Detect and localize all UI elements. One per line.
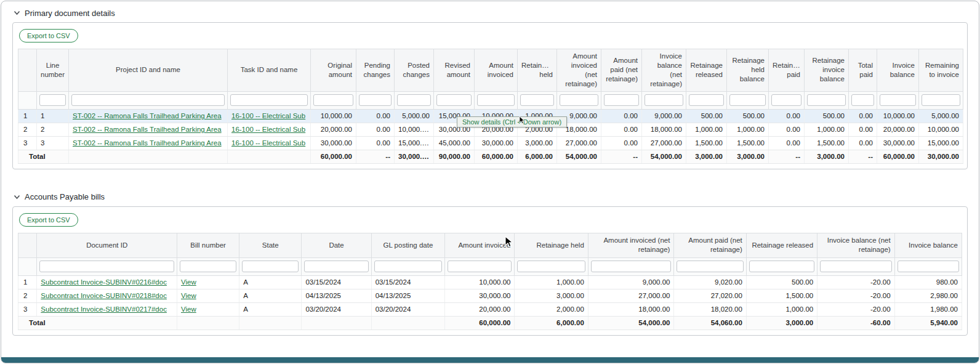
- filter-input-invoice-balance[interactable]: [898, 261, 959, 272]
- filter-input-retainage-released[interactable]: [689, 94, 724, 106]
- filter-input-remaining-to-invoice[interactable]: [922, 94, 960, 106]
- filter-input-amount-invoiced-net[interactable]: [560, 94, 598, 106]
- filter-input-invoice-balance[interactable]: [880, 94, 916, 106]
- filter-input-retainage-paid[interactable]: [771, 94, 801, 106]
- column-header-invoice-balance-net[interactable]: Invoice balance (net retainage): [642, 49, 686, 92]
- document-id-link[interactable]: Subcontract Invoice-SUBINV#0217#doc: [41, 305, 167, 313]
- column-header-project-id[interactable]: Project ID and name: [69, 49, 228, 92]
- cell-state: A: [239, 302, 302, 316]
- filter-input-revised-amount[interactable]: [436, 94, 472, 106]
- column-header-retainage-invoice-balance[interactable]: Retainage invoice balance: [805, 49, 849, 92]
- row-number: 2: [18, 123, 37, 136]
- filter-input-project-id[interactable]: [71, 94, 225, 106]
- filter-input-bill-number[interactable]: [180, 261, 236, 272]
- column-header-posted-changes[interactable]: Posted changes: [395, 49, 434, 92]
- column-header-invoice-balance[interactable]: Invoice balance: [894, 233, 962, 257]
- total-original-amount: 60,000.00: [311, 150, 356, 163]
- filter-input-gl-posting-date[interactable]: [374, 261, 442, 272]
- column-header-amount-paid-net[interactable]: Amount paid (net retainage): [601, 49, 642, 92]
- task-id-link[interactable]: 16-100 -- Electrical Sub: [231, 112, 305, 119]
- total-amount-invoiced-net: 54,000.00: [557, 150, 601, 163]
- filter-input-state[interactable]: [242, 261, 299, 272]
- column-header-state[interactable]: State: [239, 233, 302, 257]
- filter-input-amount-paid-net[interactable]: [677, 261, 743, 272]
- filter-input-original-amount[interactable]: [313, 94, 353, 106]
- filter-input-invoice-balance-net[interactable]: [645, 94, 683, 106]
- filter-input-task-id[interactable]: [230, 94, 308, 106]
- column-header-remaining-to-invoice[interactable]: Remaining to invoice: [919, 49, 963, 92]
- total-task-id: [228, 150, 311, 163]
- section-header-primary-document-details[interactable]: Primary document details: [12, 4, 968, 22]
- section-header-accounts-payable-bills[interactable]: Accounts Payable bills: [12, 188, 968, 206]
- total-retainage-released: 3,000.00: [686, 150, 727, 163]
- filter-input-retainage-released[interactable]: [749, 261, 814, 272]
- column-header-retainage-released[interactable]: Retainage released: [746, 233, 817, 257]
- column-header-retainage-held-balance[interactable]: Retainage held balance: [727, 49, 769, 92]
- table-row[interactable]: 1Subcontract Invoice-SUBINV#0216#docView…: [18, 275, 962, 289]
- filter-input-amount-invoiced[interactable]: [477, 94, 515, 106]
- column-header-gl-posting-date[interactable]: GL posting date: [371, 233, 444, 257]
- document-id-link[interactable]: Subcontract Invoice-SUBINV#0216#doc: [41, 278, 167, 286]
- column-header-retainage-held[interactable]: Retainage held: [518, 49, 557, 92]
- column-header-original-amount[interactable]: Original amount: [311, 49, 356, 92]
- column-header-task-id[interactable]: Task ID and name: [228, 49, 311, 92]
- table-row[interactable]: 33ST-002 -- Ramona Falls Trailhead Parki…: [18, 136, 963, 150]
- cell-retainage-released: 500.00: [686, 109, 727, 123]
- column-header-retainage-released[interactable]: Retainage released: [686, 49, 727, 92]
- bill-number-link[interactable]: View: [181, 292, 196, 299]
- total-retainage-held-balance: 3,000.00: [727, 150, 769, 163]
- filter-input-retainage-invoice-balance[interactable]: [807, 94, 846, 106]
- filter-input-retainage-held[interactable]: [517, 261, 585, 272]
- content-area: Primary document details Export to CSV L…: [0, 0, 980, 336]
- row-number: 1: [18, 109, 37, 123]
- project-id-link[interactable]: ST-002 -- Ramona Falls Trailhead Parking…: [73, 126, 222, 133]
- filter-input-retainage-held[interactable]: [520, 94, 554, 106]
- cell-invoice-balance: 10,000.00: [877, 109, 919, 123]
- filter-input-total-paid[interactable]: [851, 94, 874, 106]
- task-id-link[interactable]: 16-100 -- Electrical Sub: [231, 139, 305, 147]
- filter-input-document-id[interactable]: [39, 261, 174, 272]
- column-header-amount-invoiced-net[interactable]: Amount invoiced (net retainage): [557, 49, 601, 92]
- project-id-link[interactable]: ST-002 -- Ramona Falls Trailhead Parking…: [73, 139, 222, 147]
- export-csv-button[interactable]: Export to CSV: [19, 29, 78, 42]
- table-row[interactable]: 3Subcontract Invoice-SUBINV#0217#docView…: [18, 302, 962, 316]
- column-header-bill-number[interactable]: Bill number: [177, 233, 239, 257]
- filter-input-line-number[interactable]: [39, 94, 66, 106]
- column-header-line-number[interactable]: Line number: [37, 49, 69, 92]
- column-header-date[interactable]: Date: [302, 233, 371, 257]
- column-header-invoice-balance-net[interactable]: Invoice balance (net retainage): [817, 233, 894, 257]
- document-id-link[interactable]: Subcontract Invoice-SUBINV#0218#doc: [41, 292, 167, 299]
- task-id-link[interactable]: 16-100 -- Electrical Sub: [231, 126, 305, 133]
- column-header-revised-amount[interactable]: Revised amount: [434, 49, 475, 92]
- cell-invoice-balance: 20,000.00: [877, 123, 919, 136]
- column-header-document-id[interactable]: Document ID: [37, 233, 177, 257]
- column-header-pending-changes[interactable]: Pending changes: [356, 49, 395, 92]
- filter-input-retainage-held-balance[interactable]: [729, 94, 766, 106]
- project-id-link[interactable]: ST-002 -- Ramona Falls Trailhead Parking…: [73, 112, 222, 119]
- column-header-retainage-paid[interactable]: Retainage paid: [769, 49, 805, 92]
- filter-input-amount-invoiced-net[interactable]: [591, 261, 672, 272]
- bill-number-link[interactable]: View: [181, 278, 196, 286]
- column-header-total-paid[interactable]: Total paid: [849, 49, 877, 92]
- filter-input-pending-changes[interactable]: [359, 94, 392, 106]
- cell-date: 03/15/2024: [302, 275, 371, 289]
- column-header-invoice-balance[interactable]: Invoice balance: [877, 49, 919, 92]
- table-row[interactable]: 2Subcontract Invoice-SUBINV#0218#docView…: [18, 289, 962, 302]
- cell-amount-paid-net: 0.00: [601, 123, 642, 136]
- column-header-retainage-held[interactable]: Retainage held: [515, 233, 588, 257]
- filter-input-amount-paid-net[interactable]: [604, 94, 639, 106]
- export-csv-button[interactable]: Export to CSV: [19, 213, 78, 227]
- row-number: 3: [18, 136, 37, 150]
- column-header-amount-invoiced-net[interactable]: Amount invoiced (net retainage): [588, 233, 674, 257]
- total-retainage-paid: --: [769, 150, 805, 163]
- column-header-amount-paid-net[interactable]: Amount paid (net retainage): [674, 233, 746, 257]
- column-header-amount-invoiced[interactable]: Amount invoiced: [475, 49, 518, 92]
- filter-input-posted-changes[interactable]: [397, 94, 431, 106]
- cell-retainage-held: 1,000.00: [515, 275, 588, 289]
- filter-input-date[interactable]: [304, 261, 368, 272]
- bill-number-link[interactable]: View: [181, 305, 196, 313]
- column-header-amount-invoiced[interactable]: Amount invoiced: [445, 233, 515, 257]
- column-header-row: Document IDBill numberStateDateGL postin…: [18, 233, 962, 257]
- filter-input-invoice-balance-net[interactable]: [820, 261, 891, 272]
- filter-input-amount-invoiced[interactable]: [448, 261, 512, 272]
